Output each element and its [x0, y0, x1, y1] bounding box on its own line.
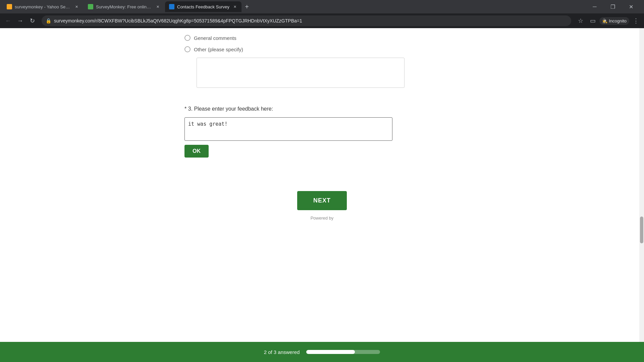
incognito-icon: 🕵 — [602, 18, 607, 23]
tab-contacts-feedback[interactable]: Contacts Feedback Survey ✕ — [165, 1, 241, 12]
browser-chrome: surveymonkey - Yahoo Search... ✕ SurveyM… — [0, 0, 644, 28]
next-button-container: NEXT Powered by — [184, 191, 460, 221]
page-content: General comments Other (please specify) … — [0, 28, 644, 342]
tab-close-surveymonkey[interactable]: ✕ — [155, 4, 160, 9]
close-button[interactable]: ✕ — [623, 1, 639, 12]
next-button[interactable]: NEXT — [297, 191, 347, 210]
radio-other[interactable] — [184, 46, 191, 52]
ok-button[interactable]: OK — [184, 145, 209, 158]
toolbar-right: ☆ ▭ 🕵 Incognito ⋮ — [575, 15, 641, 26]
forward-button[interactable]: → — [15, 15, 25, 26]
scrollbar-track[interactable] — [639, 28, 644, 342]
question-3-section: * 3. Please enter your feedback here: OK — [184, 106, 460, 158]
new-tab-button[interactable]: + — [242, 2, 252, 11]
spacer — [184, 158, 460, 178]
tab-favicon-yahoo — [7, 4, 12, 9]
tab-label-yahoo: surveymonkey - Yahoo Search... — [15, 4, 71, 9]
incognito-badge: 🕵 Incognito — [599, 17, 629, 25]
toolbar: ← → ↻ 🔒 surveymonkey.com/r/8CWXFBW?UcibS… — [0, 13, 644, 28]
survey-container: General comments Other (please specify) … — [171, 28, 473, 342]
bookmark-icon[interactable]: ☆ — [575, 15, 586, 26]
question-3-label: * 3. Please enter your feedback here: — [184, 106, 460, 112]
progress-bar-section: 2 of 3 answered — [0, 342, 644, 362]
tab-favicon-surveymonkey — [88, 4, 93, 9]
refresh-button[interactable]: ↻ — [27, 15, 38, 26]
address-text: surveymonkey.com/r/8CWXFBW?UcibSBLkJ5aQt… — [54, 18, 567, 23]
option-general-comments: General comments — [184, 35, 460, 41]
tab-label-contacts: Contacts Feedback Survey — [177, 4, 229, 9]
feedback-input[interactable] — [184, 117, 392, 141]
tab-label-surveymonkey: SurveyMonkey: Free online sur... — [96, 4, 152, 9]
scrollbar-thumb[interactable] — [640, 217, 643, 243]
option-other-label: Other (please specify) — [194, 47, 243, 52]
address-bar[interactable]: 🔒 surveymonkey.com/r/8CWXFBW?UcibSBLkJ5a… — [42, 15, 571, 26]
tab-close-yahoo[interactable]: ✕ — [74, 4, 79, 9]
powered-by-label: Powered by — [311, 216, 334, 221]
minimize-button[interactable]: ─ — [587, 1, 602, 12]
progress-bar-fill — [306, 350, 355, 354]
radio-general[interactable] — [184, 35, 191, 41]
progress-text: 2 of 3 answered — [264, 349, 300, 355]
tab-bar: surveymonkey - Yahoo Search... ✕ SurveyM… — [0, 0, 644, 13]
incognito-label: Incognito — [609, 18, 627, 23]
progress-bar-container — [306, 350, 380, 354]
option-general-label: General comments — [194, 35, 236, 41]
other-specify-textarea[interactable] — [197, 58, 405, 88]
tab-surveymonkey[interactable]: SurveyMonkey: Free online sur... ✕ — [84, 1, 164, 12]
menu-icon[interactable]: ⋮ — [631, 15, 641, 26]
profile-icon[interactable]: ▭ — [587, 15, 598, 26]
lock-icon: 🔒 — [46, 18, 51, 23]
option-other: Other (please specify) — [184, 46, 460, 52]
maximize-button[interactable]: ❐ — [605, 1, 621, 12]
tab-close-contacts[interactable]: ✕ — [232, 4, 237, 9]
back-button[interactable]: ← — [3, 15, 13, 26]
tab-yahoo[interactable]: surveymonkey - Yahoo Search... ✕ — [3, 1, 83, 12]
tab-favicon-contacts — [169, 4, 174, 9]
window-controls: ─ ❐ ✕ — [587, 1, 641, 12]
